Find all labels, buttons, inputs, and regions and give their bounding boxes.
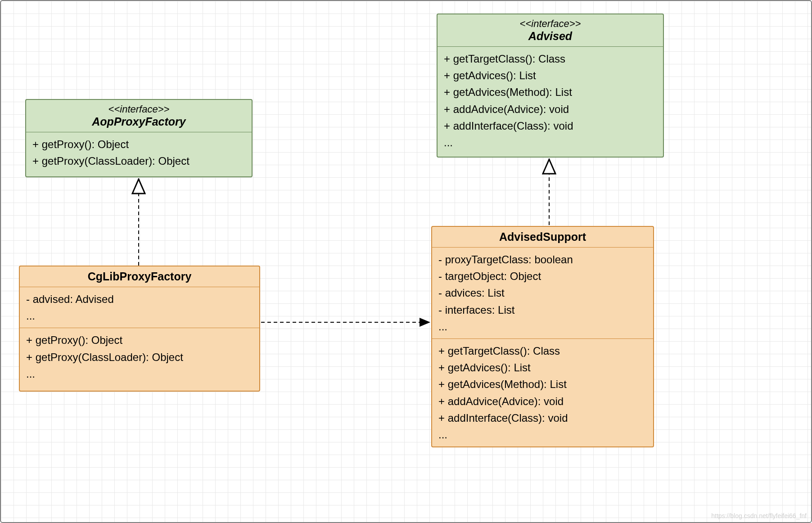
method-ellipsis: ...: [26, 365, 253, 382]
class-cglibproxyfactory[interactable]: CgLibProxyFactory - advised: Advised ...…: [19, 266, 260, 392]
class-advised[interactable]: <<interface>> Advised + getTargetClass()…: [437, 14, 664, 158]
attribute: - advices: List: [438, 284, 647, 301]
class-name: AopProxyFactory: [32, 115, 245, 128]
class-header: CgLibProxyFactory: [20, 266, 259, 287]
stereotype-label: <<interface>>: [32, 104, 245, 115]
watermark-text: https://blog.csdn.net/flyfeifei66_fnf: [711, 512, 807, 519]
attributes-compartment: - advised: Advised ...: [20, 287, 259, 328]
method: + getProxy(): Object: [26, 332, 253, 348]
method: + getAdvices(Method): List: [438, 376, 647, 392]
attribute: - advised: Advised: [26, 291, 253, 307]
method: + addInterface(Class): void: [444, 117, 657, 134]
class-name: AdvisedSupport: [438, 230, 647, 243]
attribute: - targetObject: Object: [438, 268, 647, 284]
attribute: - interfaces: List: [438, 302, 647, 318]
methods-compartment: + getProxy(): Object + getProxy(ClassLoa…: [20, 328, 259, 386]
class-advisedsupport[interactable]: AdvisedSupport - proxyTargetClass: boole…: [431, 226, 654, 447]
method: + addAdvice(Advice): void: [444, 101, 657, 117]
methods-compartment: + getProxy(): Object + getProxy(ClassLoa…: [26, 132, 252, 173]
method: + getAdvices(Method): List: [444, 84, 657, 100]
class-aopproxyfactory[interactable]: <<interface>> AopProxyFactory + getProxy…: [25, 99, 253, 177]
class-header: AdvisedSupport: [432, 227, 653, 247]
method-ellipsis: ...: [438, 426, 647, 443]
attribute-ellipsis: ...: [26, 307, 253, 324]
attribute: - proxyTargetClass: boolean: [438, 251, 647, 268]
method: + getTargetClass(): Class: [444, 50, 657, 67]
class-name: CgLibProxyFactory: [26, 270, 253, 283]
class-header: <<interface>> AopProxyFactory: [26, 100, 252, 132]
class-header: <<interface>> Advised: [438, 14, 663, 46]
attribute-ellipsis: ...: [438, 318, 647, 335]
method: + addInterface(Class): void: [438, 410, 647, 426]
method: + getProxy(ClassLoader): Object: [26, 349, 253, 365]
method: + getAdvices(): List: [444, 67, 657, 84]
method: + getAdvices(): List: [438, 359, 647, 376]
methods-compartment: + getTargetClass(): Class + getAdvices()…: [438, 46, 663, 154]
method-ellipsis: ...: [444, 134, 657, 151]
methods-compartment: + getTargetClass(): Class + getAdvices()…: [432, 338, 653, 446]
method: + addAdvice(Advice): void: [438, 393, 647, 410]
canvas-grid: [0, 0, 812, 523]
method: + getProxy(): Object: [32, 136, 245, 153]
class-name: Advised: [444, 30, 657, 43]
attributes-compartment: - proxyTargetClass: boolean - targetObje…: [432, 247, 653, 338]
stereotype-label: <<interface>>: [444, 18, 657, 30]
method: + getTargetClass(): Class: [438, 343, 647, 359]
method: + getProxy(ClassLoader): Object: [32, 153, 245, 169]
